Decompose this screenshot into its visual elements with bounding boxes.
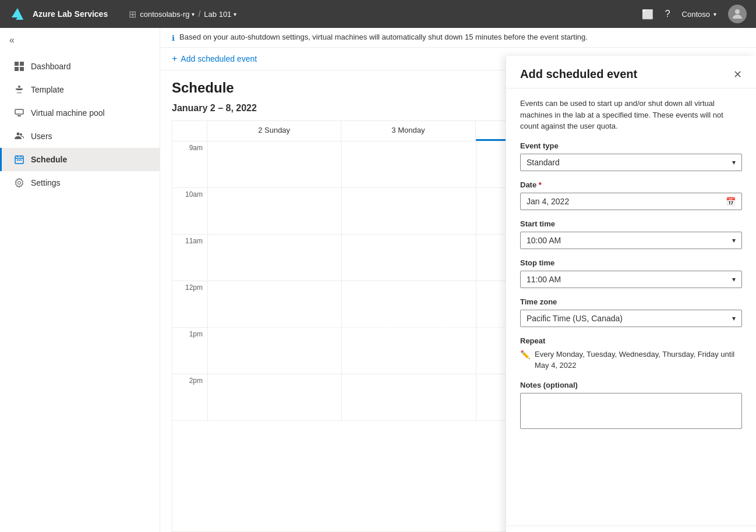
event-type-select[interactable]: Standard ▾ — [520, 154, 742, 171]
panel-body: Events can be used to start up and/or sh… — [506, 88, 756, 526]
sidebar-collapse: « — [0, 28, 160, 52]
svg-rect-5 — [15, 109, 23, 114]
svg-point-6 — [17, 133, 20, 136]
repeat-section: ✏️ Every Monday, Tuesday, Wednesday, Thu… — [520, 349, 742, 371]
sidebar-item-schedule[interactable]: Schedule — [0, 148, 160, 171]
user-menu[interactable]: Contoso ▾ — [682, 10, 716, 19]
svg-point-0 — [735, 9, 740, 14]
edit-repeat-icon[interactable]: ✏️ — [520, 350, 530, 359]
timezone-select[interactable]: Pacific Time (US, Canada) ▾ — [520, 310, 742, 327]
cal-slot-mon-10 — [342, 188, 475, 235]
panel-close-button[interactable]: ✕ — [733, 68, 742, 81]
start-time-value: 10:00 AM — [527, 236, 561, 245]
panel-title: Add scheduled event — [520, 68, 637, 81]
notes-input[interactable] — [520, 393, 742, 429]
cal-time-col: 9am 10am 11am 12pm 1pm 2pm — [172, 141, 207, 421]
info-bar: ℹ Based on your auto-shutdown settings, … — [160, 28, 756, 48]
chevron-down-icon: ▾ — [732, 275, 736, 283]
cal-day-sunday — [207, 141, 341, 421]
svg-rect-1 — [15, 62, 19, 66]
cal-slot-sun-1 — [208, 328, 341, 374]
repeat-text: Every Monday, Tuesday, Wednesday, Thursd… — [535, 349, 742, 371]
svg-rect-11 — [20, 159, 22, 161]
stop-time-field: Stop time 11:00 AM ▾ — [520, 258, 742, 288]
breadcrumb-lab[interactable]: Lab 101 ▾ — [204, 10, 236, 19]
cal-slot-mon-1 — [342, 328, 475, 374]
svg-rect-10 — [19, 159, 20, 161]
sidebar-label-dashboard: Dashboard — [31, 62, 71, 71]
svg-rect-9 — [17, 159, 18, 161]
cal-day-monday — [341, 141, 475, 421]
app-logo — [9, 6, 26, 22]
cal-slot-sun-12 — [208, 281, 341, 328]
start-time-label: Start time — [520, 219, 742, 228]
time-1pm: 1pm — [172, 328, 207, 374]
topbar-right: ⬜ ? Contoso ▾ — [642, 5, 747, 23]
monitor-icon[interactable]: ⬜ — [642, 9, 653, 20]
chevron-down-icon: ▾ — [732, 314, 736, 322]
cal-slot-sun-11 — [208, 235, 341, 281]
notes-label: Notes (optional) — [520, 381, 742, 389]
sidebar-label-settings: Settings — [31, 178, 61, 187]
chevron-down-icon: ▾ — [732, 236, 736, 244]
time-9am: 9am — [172, 141, 207, 188]
chevron-down-icon: ▾ — [732, 158, 736, 166]
svg-point-7 — [20, 133, 22, 136]
info-text: Based on your auto-shutdown settings, vi… — [179, 33, 588, 41]
cal-slot-sun-9 — [208, 141, 341, 188]
breadcrumb: ⊞ contosolabs-rg ▾ / Lab 101 ▾ — [129, 9, 236, 20]
stop-time-value: 11:00 AM — [527, 275, 561, 284]
info-icon: ℹ — [172, 34, 175, 42]
sidebar-item-vm-pool[interactable]: Virtual machine pool — [0, 101, 160, 125]
sidebar-label-template: Template — [31, 85, 64, 94]
app-title: Azure Lab Services — [33, 9, 108, 19]
svg-rect-4 — [20, 67, 24, 71]
panel-footer: Save Discard — [506, 526, 756, 532]
panel-description: Events can be used to start up and/or sh… — [520, 98, 742, 132]
plus-icon: + — [172, 54, 177, 64]
start-time-select[interactable]: 10:00 AM ▾ — [520, 232, 742, 249]
breadcrumb-separator: / — [198, 9, 200, 19]
time-12pm: 12pm — [172, 281, 207, 328]
help-icon[interactable]: ? — [665, 9, 670, 19]
template-icon — [13, 84, 25, 95]
date-input[interactable]: Jan 4, 2022 📅 — [520, 193, 742, 210]
notes-field: Notes (optional) — [520, 381, 742, 429]
sidebar-item-settings[interactable]: Settings — [0, 171, 160, 194]
svg-rect-2 — [20, 62, 24, 66]
cal-col-monday: 3 Monday — [341, 121, 475, 141]
svg-rect-3 — [15, 67, 19, 71]
date-label: Date * — [520, 180, 742, 189]
sidebar-label-vm-pool: Virtual machine pool — [31, 108, 105, 118]
cal-slot-mon-9 — [342, 141, 475, 188]
timezone-field: Time zone Pacific Time (US, Canada) ▾ — [520, 297, 742, 327]
sidebar-item-template[interactable]: Template — [0, 78, 160, 101]
sidebar-label-users: Users — [31, 132, 52, 141]
cal-slot-mon-11 — [342, 235, 475, 281]
stop-time-select[interactable]: 11:00 AM ▾ — [520, 271, 742, 288]
settings-icon — [13, 177, 25, 189]
breadcrumb-resource-group[interactable]: contosolabs-rg ▾ — [140, 10, 195, 19]
cal-slot-sun-10 — [208, 188, 341, 235]
sidebar-item-dashboard[interactable]: Dashboard — [0, 55, 160, 78]
cal-slot-mon-2 — [342, 374, 475, 421]
panel-header: Add scheduled event ✕ — [506, 56, 756, 88]
sidebar-nav: Dashboard Template Virtual machine pool — [0, 52, 160, 197]
cal-col-sunday: 2 Sunday — [207, 121, 341, 141]
sidebar-label-schedule: Schedule — [31, 155, 67, 164]
required-indicator: * — [539, 180, 542, 189]
time-10am: 10am — [172, 188, 207, 235]
users-icon — [13, 130, 25, 142]
add-scheduled-event-button[interactable]: + Add scheduled event — [172, 54, 257, 64]
start-time-field: Start time 10:00 AM ▾ — [520, 219, 742, 249]
event-type-value: Standard — [527, 158, 560, 167]
timezone-label: Time zone — [520, 297, 742, 306]
sidebar-collapse-button[interactable]: « — [9, 35, 15, 45]
date-field: Date * Jan 4, 2022 📅 — [520, 180, 742, 210]
timezone-value: Pacific Time (US, Canada) — [527, 314, 623, 323]
avatar[interactable] — [728, 5, 747, 23]
repeat-field: Repeat ✏️ Every Monday, Tuesday, Wednesd… — [520, 336, 742, 371]
sidebar-item-users[interactable]: Users — [0, 125, 160, 148]
vm-pool-icon — [13, 107, 25, 119]
schedule-icon — [13, 154, 25, 165]
